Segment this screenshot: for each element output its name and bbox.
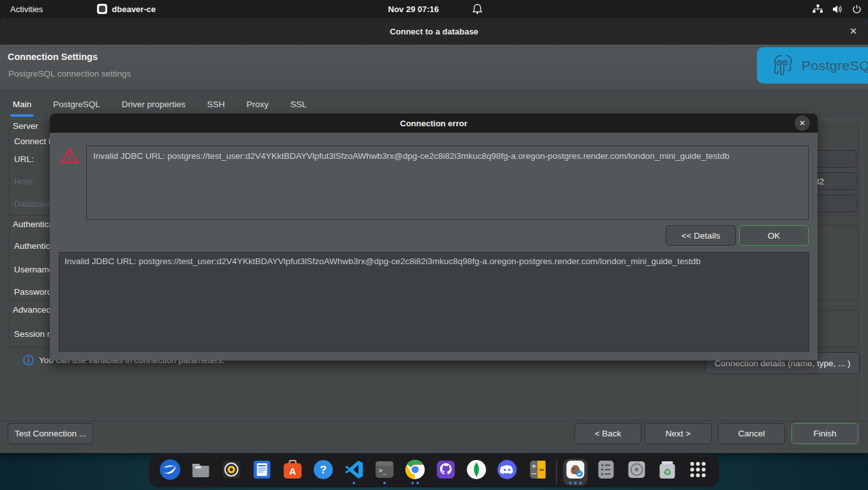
wizard-header: Connection Settings PostgreSQL connectio… [0,45,868,89]
dock-item-app-grid[interactable] [686,459,710,486]
libreoffice-writer-icon [251,459,273,480]
window-title: Connect to a database [390,27,479,36]
dock-item-ubuntu-software[interactable]: A [281,459,305,486]
network-icon[interactable] [812,4,823,14]
dock-item-dbeaver[interactable] [564,459,588,486]
window-close-icon[interactable]: ✕ [846,24,860,38]
dock-item-chrome[interactable] [403,459,428,486]
settings-icon [595,459,617,480]
connection-error-dialog: Connection error ✕ Invalid JDBC URL: pos… [50,114,818,360]
activities-button[interactable]: Activities [10,4,43,14]
rhythmbox-icon [221,459,243,480]
back-button[interactable]: < Back [574,423,641,444]
svg-text:A: A [289,466,296,477]
advanced-group-label: Advanced [10,305,54,315]
calculator-icon: +−= [527,459,549,480]
system-tray [812,0,862,18]
github-desktop-icon [435,459,457,480]
footer-separator [0,420,868,421]
dock-item-calculator[interactable]: +−= [526,459,550,486]
svg-text:−: − [531,470,537,478]
url-label: URL: [14,154,34,164]
dbeaver-app-icon [97,4,107,14]
system-top-bar: Activities dbeaver-ce Nov 29 07:16 [0,0,868,18]
password-label: Password: [14,287,54,297]
page-title: Connection Settings [8,52,98,62]
dock-item-terminal[interactable]: >_ [373,459,397,486]
info-icon [23,355,34,366]
app-grid-icon [687,459,709,480]
clock[interactable]: Nov 29 07:16 [388,0,439,18]
disks-icon [626,459,648,480]
dock-item-vscode[interactable] [342,459,366,486]
svg-text:=: = [539,466,544,474]
dock-separator [557,461,557,484]
svg-text:?: ? [320,464,326,476]
host-label: Host: [14,177,34,186]
details-toggle-button[interactable]: << Details [666,225,736,246]
thunderbird-icon [160,459,181,480]
dock: A?>_+−=♻ [149,454,719,487]
test-connection-button[interactable]: Test Connection ... [8,423,93,444]
running-indicator [353,480,355,486]
window-titlebar[interactable]: Connect to a database ✕ [0,18,868,45]
svg-text:>_: >_ [379,467,387,475]
discord-icon [497,459,518,480]
tab-main[interactable]: Main [6,90,38,118]
dock-item-files[interactable] [189,459,213,486]
dock-item-discord[interactable] [495,459,520,486]
notification-bell-icon [472,3,483,15]
error-dialog-title: Connection error [400,119,467,128]
help-icon: ? [313,459,334,480]
ubuntu-software-icon: A [282,459,304,480]
dock-item-trash[interactable]: ♻ [655,459,680,486]
postgresql-elephant-icon [768,52,795,79]
focused-app-indicator[interactable]: dbeaver-ce [97,4,156,14]
postgresql-logo: PostgreSQL [757,47,868,84]
database-label: Database: [14,199,54,209]
postgresql-logo-text: PostgreSQL [802,58,868,73]
volume-icon[interactable] [832,4,843,14]
dock-item-disks[interactable] [625,459,649,486]
files-icon [190,459,212,480]
terminal-icon: >_ [374,459,396,480]
ok-button[interactable]: OK [739,225,809,246]
running-indicator [569,480,582,486]
dock-item-thunderbird[interactable] [158,459,183,486]
cancel-button[interactable]: Cancel [718,423,785,444]
error-dialog-close-icon[interactable]: ✕ [795,115,810,131]
mongodb-compass-icon [466,459,488,480]
vscode-icon [343,459,365,480]
running-indicator [384,480,386,486]
dbeaver-icon [565,459,587,480]
finish-button[interactable]: Finish [791,423,858,444]
running-indicator [412,480,419,486]
dock-item-libreoffice-writer[interactable] [250,459,274,486]
error-details-box[interactable]: Invalid JDBC URL: postgres://test_user:d… [59,252,809,352]
focused-app-name: dbeaver-ce [112,4,156,14]
dock-item-github-desktop[interactable] [434,459,458,486]
dock-item-rhythmbox[interactable] [220,459,244,486]
error-message-box: Invalid JDBC URL: postgres://test_user:d… [86,145,809,220]
power-icon[interactable] [852,4,862,14]
error-dialog-titlebar[interactable]: Connection error ✕ [50,114,818,133]
server-group-label: Server [10,121,41,131]
next-button[interactable]: Next > [645,423,712,444]
desktop: Activities dbeaver-ce Nov 29 07:16 Conne… [0,0,868,490]
dock-item-mongodb-compass[interactable] [465,459,489,486]
warning-icon [60,147,79,165]
footer-buttons: Test Connection ... < Back Next > Cancel… [0,423,868,444]
dock-item-settings[interactable] [594,459,618,486]
dock-item-help[interactable]: ? [311,459,336,486]
page-subtitle: PostgreSQL connection settings [8,69,131,78]
trash-icon: ♻ [657,459,678,480]
svg-text:♻: ♻ [663,467,671,477]
chrome-icon [405,459,426,480]
